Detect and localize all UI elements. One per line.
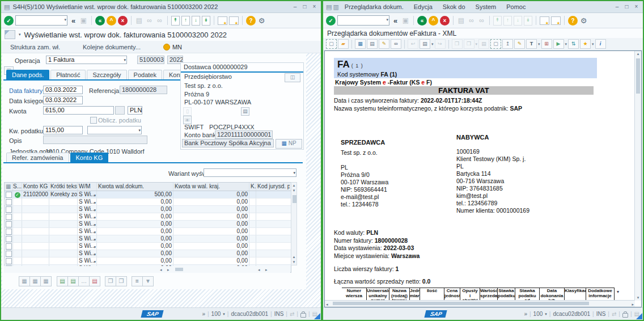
row-select-checkbox[interactable] (6, 214, 12, 220)
gl-table-row[interactable]: S Wi.. 0,00 0,00 (5, 257, 291, 265)
gl-account-cell[interactable] (22, 198, 49, 205)
next-page-icon[interactable] (192, 16, 200, 26)
vendor-detail-icon[interactable]: ▯ (183, 107, 192, 116)
xml-document-view[interactable]: FA ( 1 ) Kod systemowy FA (1) Krajowy Sy… (324, 50, 642, 307)
menu-edycja[interactable]: Edycja (409, 3, 437, 11)
sort-ascending-button[interactable]: ≡ (132, 276, 143, 286)
amount-doc-cell[interactable]: 500,00 (97, 191, 173, 198)
amount-doc-cell[interactable]: 0,00 (97, 243, 173, 250)
tab-refer-zamowienia[interactable]: Refer. zamówienia (6, 153, 69, 163)
gl-table-row[interactable]: S Wi.. 0,00 0,00 (5, 243, 291, 250)
short-text-cell[interactable]: Korekty zob.. (49, 191, 78, 198)
tax-code-select[interactable] (87, 126, 142, 134)
row-select-checkbox[interactable] (6, 258, 12, 264)
command-dropdown-icon[interactable] (64, 18, 66, 22)
text-field[interactable] (43, 136, 147, 144)
forward-arrow-icon[interactable] (435, 39, 446, 49)
shortcut-icon[interactable] (551, 16, 561, 25)
left-titlebar[interactable]: ▤ S4H(5)/100 Wyświetlanie wst. wprow dok… (1, 1, 321, 13)
order-structure-button[interactable]: Struktura zam. wł. (6, 43, 65, 51)
amount-local-cell[interactable]: 0,00 (173, 235, 249, 242)
invoice-date-label[interactable]: Data faktury (9, 87, 43, 95)
jurisdiction-cell[interactable] (256, 243, 290, 250)
debit-credit-select[interactable]: S Wi.. (78, 257, 97, 264)
command-dropdown-icon[interactable] (386, 18, 388, 22)
gl-table-row[interactable]: S Wi.. 0,00 0,00 (5, 198, 291, 206)
close-icon[interactable]: × (633, 3, 640, 11)
row-select-checkbox[interactable] (6, 251, 12, 257)
window-system-icon[interactable]: ▤ (4, 3, 10, 11)
tax-amount-field[interactable]: 115,00 (43, 126, 83, 134)
col-jurisdiction[interactable]: Kod jurysd. poda... (256, 183, 290, 191)
new-session-icon[interactable] (540, 16, 549, 25)
debit-credit-select[interactable]: S Wi.. (78, 221, 97, 227)
short-text-cell[interactable] (49, 213, 78, 220)
short-text-cell[interactable] (49, 228, 78, 235)
col-wm[interactable]: W/M (78, 183, 97, 191)
jurisdiction-cell[interactable] (256, 198, 290, 205)
command-field[interactable] (337, 15, 389, 26)
col-k[interactable]: K.. (249, 183, 256, 191)
doc-scroll-right-icon[interactable] (632, 302, 634, 307)
tax-cell[interactable] (249, 213, 256, 220)
doc-vscroll-thumb[interactable] (636, 58, 640, 94)
amount-doc-cell[interactable]: 0,00 (97, 250, 173, 257)
tax-cell[interactable] (249, 235, 256, 242)
display-row-button[interactable] (29, 276, 41, 286)
copy-icon[interactable] (452, 39, 463, 49)
resize-grip[interactable] (314, 313, 320, 319)
open-folder-icon[interactable] (338, 39, 349, 49)
tab-konto-kg[interactable]: Konto KG (70, 153, 109, 163)
insert-mode[interactable]: INS (274, 311, 284, 317)
prev-page-icon[interactable] (181, 16, 190, 26)
jurisdiction-cell[interactable] (256, 213, 290, 220)
debit-credit-select[interactable]: S Wi.. (78, 206, 97, 213)
gl-account-cell[interactable] (22, 228, 49, 235)
edit-document-icon[interactable] (420, 39, 430, 49)
document-properties-icon[interactable] (367, 39, 378, 49)
debit-credit-select[interactable]: S Wi.. (78, 213, 97, 220)
gl-table-row[interactable]: S Wi.. 0,00 0,00 (5, 206, 291, 213)
filter-button[interactable] (142, 276, 154, 286)
gl-account-cell[interactable] (22, 213, 49, 220)
enter-icon[interactable] (326, 16, 336, 26)
more-rows-button[interactable] (78, 276, 90, 286)
currency-mode-label[interactable]: MN (172, 44, 182, 50)
doc-scroll-up-icon[interactable] (635, 51, 641, 56)
copy-row-button[interactable] (105, 276, 116, 286)
next-page-icon[interactable] (514, 16, 522, 26)
enter-icon[interactable] (4, 16, 14, 26)
sort-icon[interactable] (568, 39, 579, 49)
back-arrow-icon[interactable] (408, 39, 418, 49)
jurisdiction-cell[interactable] (256, 235, 290, 242)
save-icon[interactable] (79, 16, 88, 24)
exit-icon[interactable] (118, 16, 128, 26)
amount-doc-cell[interactable]: 0,00 (97, 228, 173, 235)
tab-platnosc[interactable]: Płatność (50, 70, 86, 80)
debit-credit-select[interactable]: S Wi.. (78, 191, 97, 198)
hscroll-thumb[interactable] (175, 268, 183, 271)
scroll-down-icon[interactable] (291, 188, 296, 193)
display-variant-select[interactable] (204, 168, 296, 177)
menu-przegladarka[interactable]: Przeglądarka dokum. (340, 3, 408, 11)
print-icon[interactable] (457, 16, 465, 24)
amount-doc-cell[interactable]: 0,00 (97, 213, 173, 220)
text-dropdown-icon[interactable] (538, 42, 540, 47)
new-document-icon[interactable] (326, 39, 337, 49)
maximize-icon[interactable]: □ (301, 3, 308, 11)
invoice-date-field[interactable]: 03.03.2022 (43, 86, 83, 94)
amount-local-cell[interactable]: 0,00 (173, 221, 249, 227)
doc-hscroll-thumb[interactable] (333, 302, 589, 305)
prev-page-icon[interactable] (503, 16, 512, 26)
append-row-button[interactable] (67, 276, 79, 286)
jurisdiction-cell[interactable] (256, 206, 290, 213)
menu-skok-do[interactable]: Skok do (438, 3, 470, 11)
choose-detail-button[interactable] (19, 276, 30, 286)
doc-scroll-down-icon[interactable] (635, 295, 641, 300)
find-next-icon[interactable] (155, 16, 164, 24)
gl-account-cell[interactable] (22, 250, 49, 257)
paste-icon[interactable] (478, 39, 489, 49)
table-layout-icon[interactable] (5, 183, 13, 191)
tax-cell[interactable] (249, 198, 256, 205)
page-up-icon[interactable] (429, 16, 438, 26)
